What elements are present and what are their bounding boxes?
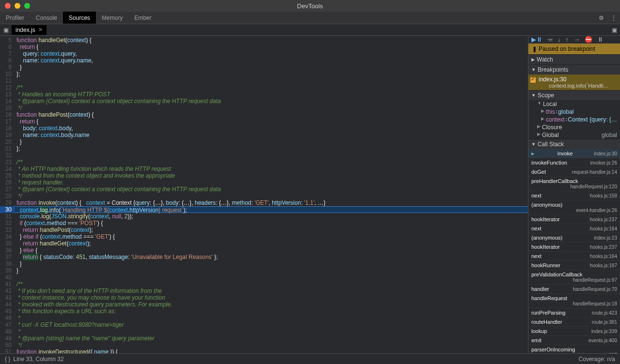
navigator-toggle-icon[interactable]: ▣ [0,24,12,36]
scope-local[interactable]: ▼Local [528,100,620,108]
deactivate-bp-icon[interactable]: ⛔ [585,36,592,43]
callstack-frame[interactable]: preValidationCallbackhandleRequest.js:97 [528,270,620,285]
callstack-frame[interactable]: hookIteratorhooks.js:237 [528,215,620,224]
breakpoint-checkbox[interactable] [530,77,536,83]
file-tab-label: index.js [16,27,35,33]
window-title: DevTools [297,2,323,10]
callstack-frame[interactable]: hookIteratorhooks.js:237 [528,243,620,252]
callstack-frame[interactable]: lookupindex.js:339 [528,327,620,336]
tab-sources[interactable]: Sources [63,12,96,24]
callstack-frame[interactable]: routeHandlerroute.js:381 [528,318,620,327]
code-editor[interactable]: 5678910111213141516171819202122232425262… [0,36,528,353]
zoom-window[interactable] [24,3,30,9]
callstack-frame[interactable]: doGetrequest-handler.js:14 [528,167,620,177]
main-area: 5678910111213141516171819202122232425262… [0,36,620,353]
callstack-frame[interactable]: runPreParsingroute.js:423 [528,308,620,318]
scope-this[interactable]: ▶this: global [528,108,620,116]
pause-exceptions-icon[interactable]: ⏸ [597,36,604,43]
section-scope[interactable]: ▼Scope [528,90,620,100]
breakpoint-snippet: context.log.info(`Handli… [538,83,617,89]
close-tab-icon[interactable]: ✕ [38,27,43,33]
file-tab[interactable]: index.js ✕ [12,25,46,35]
step-over-icon[interactable]: ⤼ [547,36,553,43]
callstack-frame[interactable]: hookRunnerhooks.js:187 [528,261,620,270]
minimize-window[interactable] [15,3,20,9]
callstack-frame[interactable]: parserOnIncoming_http_server.js:897 [528,345,620,353]
callstack-frame[interactable]: emitevents.js:400 [528,336,620,345]
callstack-frame[interactable]: nexthooks.js:158 [528,191,620,200]
file-bar: ▣ index.js ✕ ▣ [0,24,620,36]
debugger-toolbar: ▶⏸ ⤼ ↓ ↑ → ⛔ ⏸ [528,36,620,44]
step-into-icon[interactable]: ↓ [558,36,561,43]
tab-profiler[interactable]: Profiler [0,12,30,24]
resume-icon[interactable]: ▶⏸ [531,36,542,43]
status-bar: { } Line 33, Column 32 Coverage: n/a [0,353,620,364]
callstack-frame[interactable]: handlerhandleRequest.js:70 [528,285,620,294]
debugger-toggle-icon[interactable]: ▣ [608,24,620,36]
scope-closure[interactable]: ▶Closure [528,123,620,131]
callstack-frame[interactable]: handleRequesthandleRequest.js:18 [528,294,620,308]
panel-tabs: ProfilerConsoleSourcesMemoryEmber ⚙ ⋮ [0,12,620,24]
line-gutter[interactable]: 5678910111213141516171819202122232425262… [0,36,15,353]
callstack-frame[interactable]: nexthooks.js:164 [528,252,620,261]
callstack-frame[interactable]: (anonymous)index.js:23 [528,233,620,243]
cursor-position: Line 33, Column 32 [13,356,63,363]
settings-icon[interactable]: ⚙ [595,12,607,24]
section-watch[interactable]: ▶Watch [528,54,620,64]
step-out-icon[interactable]: ↑ [566,36,569,43]
scope-context[interactable]: ▶context: Context {query: {… [528,116,620,123]
callstack-frame[interactable]: nexthooks.js:164 [528,224,620,233]
more-icon[interactable]: ⋮ [607,12,620,24]
section-breakpoints[interactable]: ▼Breakpoints [528,64,620,75]
step-icon[interactable]: → [574,36,580,43]
tab-ember[interactable]: Ember [128,12,157,24]
callstack-frame[interactable]: invokeFunctioninvoker.js:26 [528,158,620,167]
breakpoint-entry[interactable]: index.js:30 context.log.info(`Handli… [528,75,620,90]
close-window[interactable] [5,3,11,9]
debugger-panel: ▶⏸ ⤼ ↓ ↑ → ⛔ ⏸ ❚ Paused on breakpoint ▶W… [528,36,620,353]
paused-banner: ❚ Paused on breakpoint [528,44,620,54]
code-content[interactable]: function handleGet(context) { return { q… [15,36,528,353]
section-callstack[interactable]: ▼Call Stack [528,139,620,149]
callstack-frame[interactable]: (anonymous)event-handler.js:26 [528,200,620,215]
callstack-frame[interactable]: preHandlerCallbackhandleRequest.js:120 [528,177,620,191]
tab-memory[interactable]: Memory [96,12,128,24]
callstack-frame[interactable]: invokeindex.js:30 [528,149,620,158]
window-controls [0,3,30,9]
scope-global[interactable]: ▶Globalglobal [528,131,620,139]
format-icon[interactable]: { } [5,356,10,363]
coverage-status: Coverage: n/a [579,356,615,363]
titlebar: DevTools [0,0,620,12]
tab-console[interactable]: Console [30,12,63,24]
